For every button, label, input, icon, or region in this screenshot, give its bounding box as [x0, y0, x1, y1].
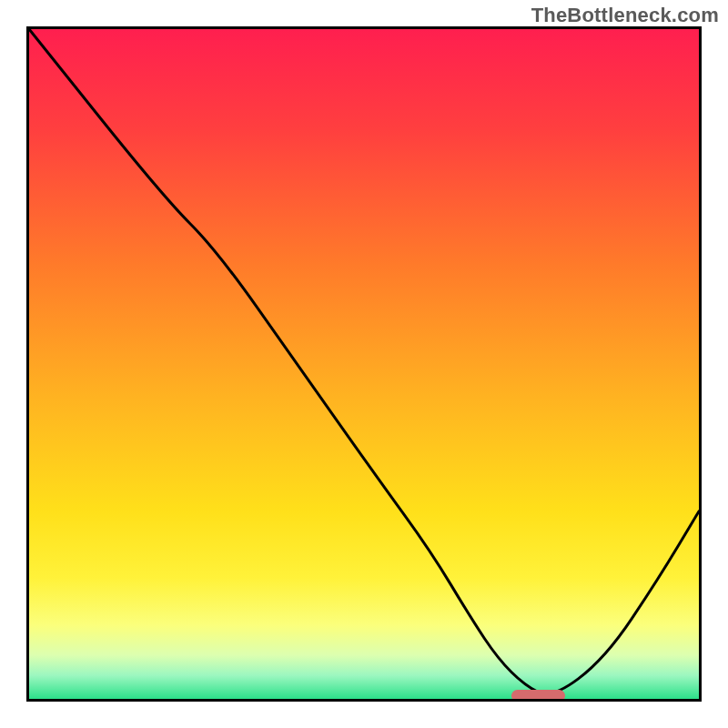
- chart-frame: [26, 26, 702, 702]
- optimal-marker: [511, 690, 565, 702]
- bottleneck-curve: [29, 29, 699, 699]
- watermark-text: TheBottleneck.com: [531, 4, 719, 27]
